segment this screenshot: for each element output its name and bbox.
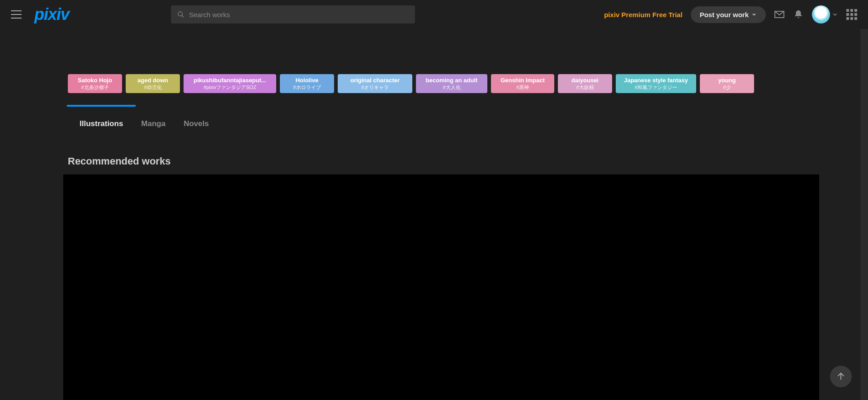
menu-icon[interactable] [11,9,22,20]
tag-subtitle: #北条沙都子 [81,84,108,90]
tag-subtitle: #オリキャラ [361,84,389,90]
avatar-chevron-icon[interactable] [832,11,838,18]
tag-title: Hololive [296,77,319,84]
tab-illustrations[interactable]: Illustrations [80,114,123,134]
tag-card[interactable]: original character #オリキャラ [338,74,412,93]
svg-point-0 [178,12,182,16]
svg-line-1 [182,15,184,17]
chevron-down-icon [751,12,757,17]
tag-carousel[interactable]: Satoko Hojo #北条沙都子 aged down #幼児化 pikush… [0,74,868,93]
tag-title: original character [350,77,400,84]
bell-icon[interactable] [793,9,804,20]
tag-subtitle: #大妖精 [576,84,594,90]
tag-title: Genshin Impact [500,77,545,84]
tag-card[interactable]: becoming an adult #大人化 [416,74,487,93]
scrollbar[interactable] [860,0,868,400]
scroll-top-button[interactable] [830,366,852,387]
tag-title: young [718,77,736,84]
recommended-title: Recommended works [0,155,868,167]
tag-card[interactable]: daiyousei #大妖精 [558,74,612,93]
search-bar[interactable] [171,5,415,24]
post-work-label: Post your work [700,11,749,19]
tag-title: daiyousei [571,77,599,84]
arrow-up-icon [836,372,846,381]
banner-space [0,29,868,74]
tag-subtitle: #原神 [516,84,529,90]
tag-card[interactable]: Japanese style fantasy #和風ファンタジー [616,74,696,93]
tag-card[interactable]: pikushibufanntajiaseput... #pixivファンタジアS… [184,74,276,93]
tag-title: becoming an adult [426,77,478,84]
tag-title: pikushibufanntajiaseput... [193,77,266,84]
tag-title: aged down [137,77,168,84]
tag-card[interactable]: Hololive #ホロライブ [280,74,334,93]
logo[interactable]: pixiv [34,5,69,24]
tabs: Illustrations Manga Novels [0,114,868,134]
tag-card[interactable]: Satoko Hojo #北条沙都子 [68,74,122,93]
tag-subtitle: #ホロライブ [293,84,321,90]
post-work-button[interactable]: Post your work [691,6,766,23]
header-right: pixiv Premium Free Trial Post your work [604,5,857,24]
tag-title: Satoko Hojo [78,77,112,84]
tag-subtitle: #大人化 [443,84,460,90]
tag-card[interactable]: young #少 [700,74,754,93]
tag-subtitle: #和風ファンタジー [635,84,677,90]
tag-subtitle: #幼児化 [144,84,161,90]
apps-icon[interactable] [846,9,857,20]
tab-novels[interactable]: Novels [184,114,209,134]
main-content: Satoko Hojo #北条沙都子 aged down #幼児化 pikush… [0,0,868,400]
avatar[interactable] [812,5,830,24]
search-input[interactable] [189,11,409,19]
mail-icon[interactable] [774,9,785,20]
tag-subtitle: #pixivファンタジアSOZ [203,84,256,90]
tab-manga[interactable]: Manga [141,114,165,134]
tag-title: Japanese style fantasy [624,77,688,84]
tag-card[interactable]: aged down #幼児化 [126,74,180,93]
premium-link[interactable]: pixiv Premium Free Trial [604,11,682,19]
search-icon [177,11,184,18]
tag-card[interactable]: Genshin Impact #原神 [491,74,554,93]
recommended-grid [63,174,819,400]
header: pixiv pixiv Premium Free Trial Post your… [0,0,868,29]
tag-subtitle: #少 [723,84,731,90]
